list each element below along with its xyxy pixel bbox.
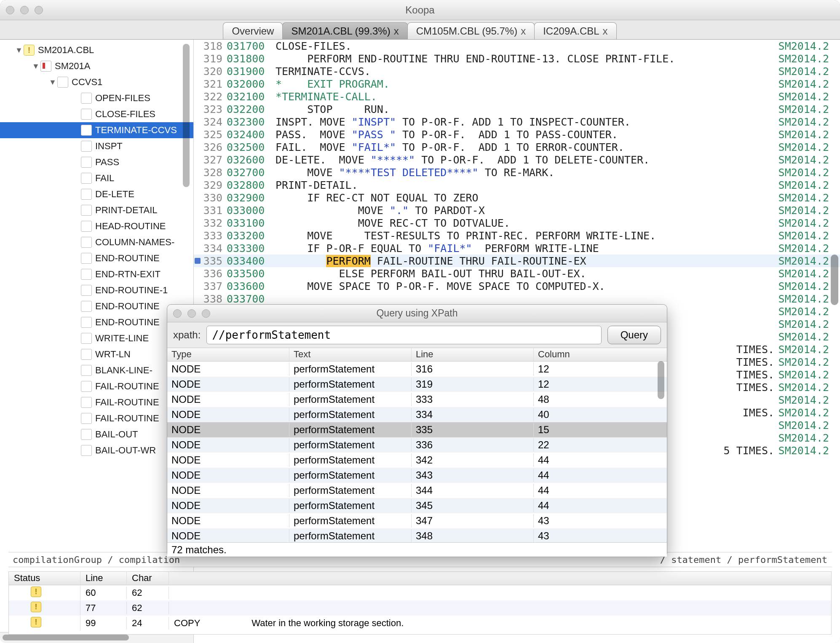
tree-node[interactable]: FAIL-ROUTINE	[0, 410, 193, 426]
xpath-results-header[interactable]: Type Text Line Column	[167, 348, 667, 362]
close-icon[interactable]: x	[603, 25, 608, 37]
result-row[interactable]: NODEperformStatement33440	[167, 407, 667, 422]
col-char[interactable]: Char	[127, 572, 169, 585]
xpath-input[interactable]	[206, 326, 601, 344]
close-icon[interactable]: x	[394, 25, 399, 37]
tree-node[interactable]: END-ROUTINE	[0, 250, 193, 266]
tab[interactable]: Overview	[223, 22, 283, 39]
result-row[interactable]: NODEperformStatement34743	[167, 513, 667, 528]
tree-node[interactable]: BAIL-OUT	[0, 426, 193, 442]
cell-text: performStatement	[289, 469, 412, 482]
code-line[interactable]: 336033500 ELSE PERFORM BAIL-OUT THRU BAI…	[194, 267, 840, 280]
tree-node[interactable]: DE-LETE	[0, 186, 193, 202]
tree-node[interactable]: PASS	[0, 154, 193, 170]
query-button[interactable]: Query	[607, 326, 661, 344]
problem-row[interactable]: 9924COPY Water in the working storage se…	[9, 616, 831, 631]
tree-node[interactable]: ▼CCVS1	[0, 74, 193, 90]
result-row[interactable]: NODEperformStatement31912	[167, 377, 667, 392]
code-line[interactable]: 330032900 IF REC-CT NOT EQUAL TO ZEROSM2…	[194, 191, 840, 204]
code-line[interactable]: 319031800 PERFORM END-ROUTINE THRU END-R…	[194, 52, 840, 65]
code-line[interactable]: 320031900 TERMINATE-CCVS.SM2014.2	[194, 65, 840, 78]
editor-scrollbar[interactable]	[831, 44, 838, 263]
tab[interactable]: SM201A.CBL (99.3%)x	[282, 22, 407, 39]
outline-tree[interactable]: ▼SM201A.CBL▼SM201A▼CCVS1OPEN-FILESCLOSE-…	[0, 40, 193, 632]
doc-icon	[81, 317, 92, 328]
problem-row[interactable]: 7762	[9, 600, 831, 616]
cell-text: performStatement	[289, 423, 412, 437]
code-line[interactable]: 325032400 PASS. MOVE "PASS " TO P-OR-F. …	[194, 128, 840, 141]
tree-node[interactable]: CLOSE-FILES	[0, 106, 193, 122]
col-line[interactable]: Line	[412, 348, 534, 361]
chevron-down-icon[interactable]: ▼	[14, 46, 24, 55]
tree-node[interactable]: END-ROUTINE-1	[0, 282, 193, 298]
code-line[interactable]: 326032500 FAIL. MOVE "FAIL*" TO P-OR-F. …	[194, 141, 840, 153]
tree-node[interactable]: BLANK-LINE-	[0, 362, 193, 378]
code-line[interactable]: 332033100 MOVE REC-CT TO DOTVALUE.SM2014…	[194, 217, 840, 229]
col-text[interactable]: Text	[289, 348, 412, 361]
tree-node[interactable]: ▼SM201A.CBL	[0, 42, 193, 58]
code-line[interactable]: 334033300 IF P-OR-F EQUAL TO "FAIL*" PER…	[194, 242, 840, 255]
tree-node[interactable]: OPEN-FILES	[0, 90, 193, 106]
xpath-results-body[interactable]: NODEperformStatement31612NODEperformStat…	[167, 362, 667, 542]
dialog-scrollbar[interactable]	[658, 361, 664, 399]
code-text: MOVE TEST-RESULTS TO PRINT-REC. PERFORM …	[273, 230, 777, 242]
tree-node[interactable]: ▼SM201A	[0, 58, 193, 74]
code-line[interactable]: 335033400 PERFORM FAIL-ROUTINE THRU FAIL…	[194, 255, 840, 267]
tree-scrollbar[interactable]	[183, 44, 190, 187]
result-row[interactable]: NODEperformStatement33515	[167, 422, 667, 437]
result-row[interactable]: NODEperformStatement34244	[167, 453, 667, 468]
col-status[interactable]: Status	[9, 572, 80, 585]
main-titlebar[interactable]: Koopa	[0, 0, 840, 20]
tree-node[interactable]: FAIL-ROUTINE	[0, 394, 193, 410]
tree-node[interactable]: WRITE-LINE	[0, 330, 193, 346]
line-tag: SM2014.2	[777, 305, 840, 318]
result-row[interactable]: NODEperformStatement31612	[167, 362, 667, 377]
tree-node[interactable]: FAIL	[0, 170, 193, 186]
problem-row[interactable]: 6062	[9, 585, 831, 600]
tree-node[interactable]: INSPT	[0, 138, 193, 154]
result-row[interactable]: NODEperformStatement34843	[167, 528, 667, 542]
tree-node[interactable]: END-RTN-EXIT	[0, 266, 193, 282]
code-line[interactable]: 328032700 MOVE "****TEST DELETED****" TO…	[194, 166, 840, 179]
col-type[interactable]: Type	[167, 348, 289, 361]
line-tag: SM2014.2	[777, 381, 840, 394]
tree-node[interactable]: TERMINATE-CCVS	[0, 122, 193, 138]
close-icon[interactable]: x	[521, 25, 526, 37]
tree-node[interactable]: WRT-LN	[0, 346, 193, 362]
code-line[interactable]: 327032600 DE-LETE. MOVE "*****" TO P-OR-…	[194, 153, 840, 166]
col-line[interactable]: Line	[80, 572, 127, 585]
tree-label: HEAD-ROUTINE	[95, 221, 166, 232]
dialog-titlebar[interactable]: Query using XPath	[167, 305, 667, 322]
code-line[interactable]: 324032300 INSPT. MOVE "INSPT" TO P-OR-F.…	[194, 115, 840, 128]
code-line[interactable]: 321032000* EXIT PROGRAM.SM2014.2	[194, 78, 840, 90]
col-column[interactable]: Column	[534, 348, 667, 361]
tree-node[interactable]: PRINT-DETAIL	[0, 202, 193, 218]
tree-node[interactable]: END-ROUTINE	[0, 298, 193, 314]
code-line[interactable]: 338033700 SM2014.2	[194, 292, 840, 305]
problems-header[interactable]: Status Line Char	[9, 572, 831, 585]
chevron-down-icon[interactable]: ▼	[48, 78, 57, 87]
tree-node[interactable]: BAIL-OUT-WR	[0, 442, 193, 458]
result-row[interactable]: NODEperformStatement33348	[167, 392, 667, 407]
code-line[interactable]: 323032200 STOP RUN.SM2014.2	[194, 103, 840, 115]
tab[interactable]: IC209A.CBLx	[534, 22, 616, 39]
xpath-dialog[interactable]: Query using XPath xpath: Query Type Text…	[167, 304, 667, 557]
code-line[interactable]: 337033600 MOVE SPACE TO P-OR-F. MOVE SPA…	[194, 280, 840, 292]
tree-node[interactable]: FAIL-ROUTINE	[0, 378, 193, 394]
tree-node[interactable]: COLUMN-NAMES-	[0, 234, 193, 250]
problems-rows[interactable]: 606277629924COPY Water in the working st…	[9, 585, 831, 631]
result-row[interactable]: NODEperformStatement34444	[167, 483, 667, 498]
result-row[interactable]: NODEperformStatement34344	[167, 468, 667, 483]
code-line[interactable]: 329032800 PRINT-DETAIL.SM2014.2	[194, 179, 840, 191]
tree-node[interactable]: HEAD-ROUTINE	[0, 218, 193, 234]
code-line[interactable]: 322032100*TERMINATE-CALL.SM2014.2	[194, 90, 840, 103]
col-rest[interactable]	[169, 572, 831, 585]
result-row[interactable]: NODEperformStatement33622	[167, 437, 667, 453]
tree-node[interactable]: END-ROUTINE	[0, 314, 193, 330]
code-line[interactable]: 333033200 MOVE TEST-RESULTS TO PRINT-REC…	[194, 229, 840, 242]
tab[interactable]: CM105M.CBL (95.7%)x	[407, 22, 535, 39]
code-line[interactable]: 318031700 CLOSE-FILES.SM2014.2	[194, 40, 840, 52]
code-line[interactable]: 331033000 MOVE "." TO PARDOT-XSM2014.2	[194, 204, 840, 217]
result-row[interactable]: NODEperformStatement34544	[167, 498, 667, 513]
chevron-down-icon[interactable]: ▼	[31, 62, 40, 71]
